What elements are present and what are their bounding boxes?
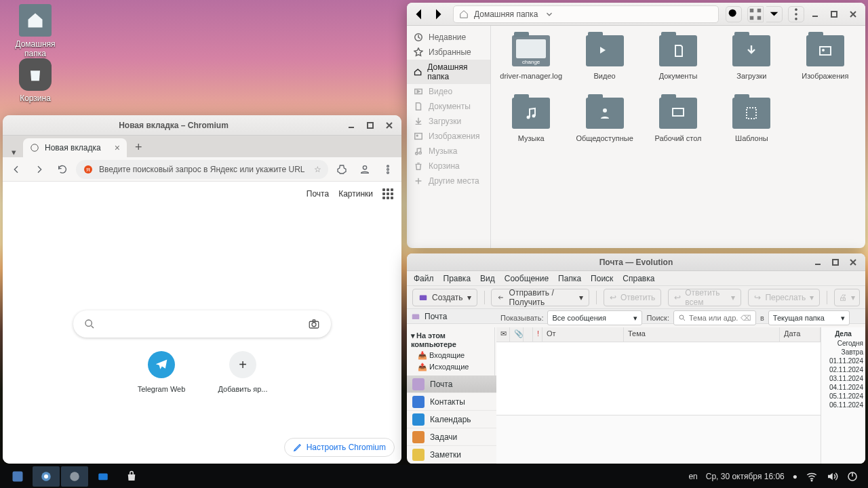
forward-button: ↪Переслать▾ [748,289,820,306]
svg-rect-16 [673,108,684,116]
task-chromium[interactable] [33,466,60,487]
sidebar-item[interactable]: Загрузки [407,114,490,129]
compose-button[interactable]: Создать▾ [412,289,477,306]
menu-item[interactable]: Папка [558,274,581,283]
window-close-button[interactable] [845,254,861,270]
show-combo[interactable]: Все сообщения▾ [547,310,642,325]
component-button[interactable]: Задачи [407,428,496,446]
reload-button[interactable] [53,160,72,179]
sidebar-item[interactable]: Другие места [407,174,490,188]
tab-newtab[interactable]: Новая вкладка × [23,138,127,157]
sidebar-item[interactable]: Музыка [407,144,490,159]
ntp-mail-link[interactable]: Почта [307,189,329,199]
tray-dot-icon[interactable]: ● [793,472,797,481]
hamburger-menu-button[interactable] [788,6,804,22]
view-dropdown-button[interactable] [766,6,783,22]
search-button[interactable] [726,6,742,22]
sidebar-item[interactable]: Корзина [407,159,490,174]
menu-item[interactable]: Правка [443,274,471,283]
sidebar-item[interactable]: Домашняя папка [407,60,490,84]
ntp-search-box[interactable] [73,310,331,338]
menu-button[interactable] [378,160,397,179]
sidebar-item[interactable]: Документы [407,99,490,114]
profile-button[interactable] [355,160,374,179]
grid-item[interactable]: Изображения [789,35,861,80]
grid-item[interactable]: changedriver-manager.log [495,35,567,80]
grid-item[interactable]: Музыка [495,98,567,142]
window-minimize-button[interactable] [810,254,826,270]
nav-back-button[interactable] [411,6,427,22]
print-button: 🖨▾ [834,289,860,306]
address-bar[interactable]: Я Введите поисковый запрос в Яндекс или … [76,160,328,179]
scope-combo[interactable]: Текущая папка▾ [768,310,850,325]
nav-forward-button[interactable] [30,160,49,179]
tree-outbox[interactable]: 📤 Исходящие [408,361,493,373]
evolution-titlebar[interactable]: Почта — Evolution [407,253,865,271]
window-maximize-button[interactable] [827,254,844,270]
menu-item[interactable]: Вид [480,274,495,283]
bookmark-star-icon[interactable]: ☆ [314,165,321,174]
file-manager-titlebar[interactable]: Домашняя папка [407,3,865,26]
tab-close-button[interactable]: × [115,142,120,153]
camera-icon[interactable] [308,318,320,330]
grid-item[interactable]: Рабочий стол [642,98,714,142]
menu-item[interactable]: Справка [623,274,654,283]
sidebar-item[interactable]: Недавние [407,30,490,45]
apps-grid-icon[interactable] [382,188,393,199]
volume-icon[interactable] [826,470,838,483]
message-list-body[interactable] [496,342,821,415]
ntp-images-link[interactable]: Картинки [338,189,373,199]
keyboard-layout[interactable]: en [688,472,697,481]
message-list-header[interactable]: ✉📎! От Тема Дата [496,327,821,342]
task-files[interactable] [90,466,117,487]
window-close-button[interactable] [381,117,397,134]
search-input[interactable] [689,314,738,322]
tree-root[interactable]: ▾На этом компьютере [408,330,493,350]
extensions-button[interactable] [332,160,351,179]
shortcut-add[interactable]: + Добавить яр... [216,351,270,393]
component-button[interactable]: Заметки [407,446,496,464]
component-button[interactable]: Календарь [407,411,496,428]
component-button[interactable]: Почта [407,375,496,393]
tab-dropdown-button[interactable]: ▾ [7,147,20,157]
window-minimize-button[interactable] [343,117,359,134]
grid-item[interactable]: Документы [642,35,714,80]
desktop-icon-trash[interactable]: Корзина [8,58,62,103]
chromium-titlebar[interactable]: Новая вкладка – Chromium [3,115,401,136]
menu-item[interactable]: Сообщение [505,274,549,283]
window-maximize-button[interactable] [362,117,378,134]
file-manager-grid[interactable]: changedriver-manager.logВидеоДокументыЗа… [491,26,865,248]
search-field[interactable]: ⌫ [673,310,756,325]
window-maximize-button[interactable] [826,6,842,22]
window-minimize-button[interactable] [807,6,823,22]
window-close-button[interactable] [845,6,861,22]
shortcut-telegram[interactable]: Telegram Web [134,351,189,393]
grid-item[interactable]: Видео [568,35,640,80]
sidebar-item[interactable]: Избранные [407,45,490,60]
path-bar[interactable]: Домашняя папка [453,5,719,23]
component-button[interactable]: Контакты [407,393,496,411]
desktop-icon-home[interactable]: Домашняя папка [8,4,62,58]
new-tab-button[interactable]: + [130,138,148,157]
wifi-icon[interactable] [806,470,818,483]
task-settings[interactable] [61,466,88,487]
task-store[interactable] [118,466,145,487]
sidebar-item[interactable]: Видео [407,84,490,99]
start-button[interactable] [4,466,31,487]
clock[interactable]: Ср, 30 октября 16:06 [706,472,785,481]
sidebar-item[interactable]: Изображения [407,129,490,144]
tree-inbox[interactable]: 📥 Входящие [408,350,493,361]
nav-forward-button[interactable] [430,6,446,22]
power-icon[interactable] [846,470,859,483]
menu-item[interactable]: Поиск [591,274,613,283]
grid-item[interactable]: Загрузки [715,35,787,80]
menu-item[interactable]: Файл [414,274,434,283]
svg-point-38 [811,480,812,481]
send-receive-button[interactable]: Отправить / Получить▾ [491,289,589,306]
grid-item[interactable]: Шаблоны [715,98,787,142]
customize-chrome-button[interactable]: Настроить Chromium [284,438,395,457]
nav-back-button[interactable] [7,160,26,179]
view-grid-button[interactable] [747,6,764,22]
folder-tree[interactable]: ▾На этом компьютере 📥 Входящие 📤 Исходящ… [407,327,495,375]
grid-item[interactable]: Общедоступные [568,98,640,142]
